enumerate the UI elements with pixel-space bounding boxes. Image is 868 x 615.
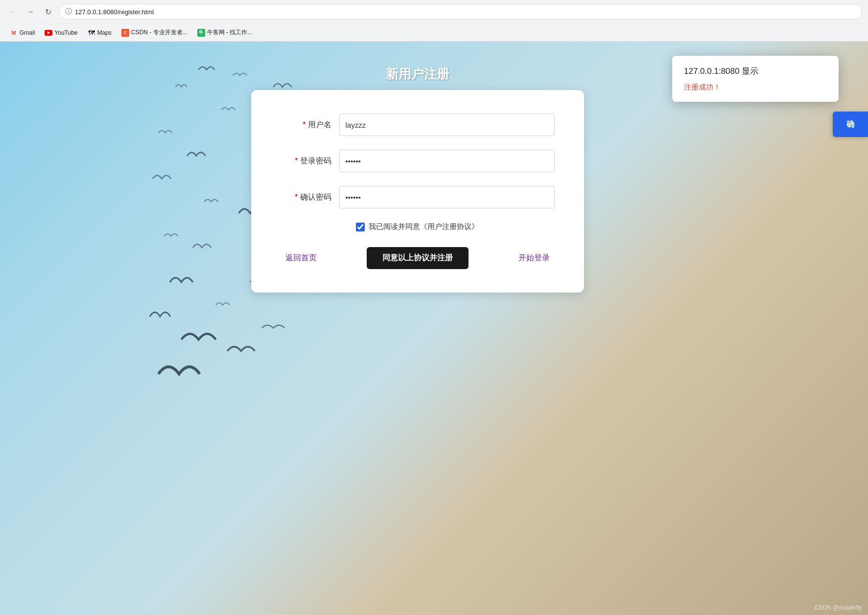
agreement-text: 我已阅读并同意《用户注册协议》 <box>369 222 479 231</box>
bookmark-niuke[interactable]: 牛 牛客网 - 找工作... <box>193 26 257 39</box>
password-label: *登录密码 <box>281 156 339 166</box>
alert-title: 127.0.0.1:8080 显示 <box>684 66 827 77</box>
confirm-group: *确认密码 <box>281 186 555 208</box>
password-input[interactable] <box>339 150 555 172</box>
username-group: *用户名 <box>281 114 555 136</box>
bookmark-gmail-label: Gmail <box>20 29 35 36</box>
gmail-icon: M <box>10 29 18 37</box>
password-group: *登录密码 <box>281 150 555 172</box>
required-star-2: * <box>295 157 298 165</box>
bookmark-youtube-label: YouTube <box>54 29 77 36</box>
back-button[interactable]: ← <box>6 5 20 19</box>
watermark: CSDN @muyierfly <box>814 604 862 611</box>
start-login-button[interactable]: 开始登录 <box>518 253 550 263</box>
browser-chrome: ← → ↻ ⓘ 127.0.0.1:8080/register.html M G… <box>0 0 868 42</box>
alert-dialog: 127.0.0.1:8080 显示 注册成功！ <box>672 56 839 102</box>
reload-button[interactable]: ↻ <box>41 5 55 19</box>
maps-icon: 🗺 <box>88 29 95 37</box>
youtube-icon <box>45 29 52 37</box>
username-label: *用户名 <box>281 120 339 130</box>
back-home-button[interactable]: 返回首页 <box>285 253 317 263</box>
bookmark-maps[interactable]: 🗺 Maps <box>84 27 116 39</box>
register-button[interactable]: 同意以上协议并注册 <box>367 247 469 269</box>
bookmark-youtube[interactable]: YouTube <box>41 27 81 39</box>
browser-nav: ← → ↻ ⓘ 127.0.0.1:8080/register.html <box>0 0 868 23</box>
bookmark-gmail[interactable]: M Gmail <box>6 27 39 39</box>
bookmark-niuke-label: 牛客网 - 找工作... <box>207 28 253 37</box>
alert-ok-button[interactable]: 确 <box>833 112 868 137</box>
niuke-icon: 牛 <box>197 29 205 37</box>
url-text: 127.0.0.1:8080/register.html <box>75 8 154 16</box>
username-input[interactable] <box>339 114 555 136</box>
bookmark-maps-label: Maps <box>97 29 112 36</box>
info-icon: ⓘ <box>65 7 72 16</box>
alert-message: 注册成功！ <box>684 83 827 92</box>
required-star: * <box>303 120 305 129</box>
bookmark-csdn-label: CSDN - 专业开发者... <box>131 28 188 37</box>
confirm-input[interactable] <box>339 186 555 208</box>
agreement-checkbox[interactable] <box>356 223 365 231</box>
bookmarks-bar: M Gmail YouTube 🗺 Maps C CSDN - 专业开发者...… <box>0 23 868 41</box>
agreement-row: 我已阅读并同意《用户注册协议》 <box>281 222 555 231</box>
buttons-row: 返回首页 同意以上协议并注册 开始登录 <box>281 247 555 269</box>
confirm-label: *确认密码 <box>281 192 339 203</box>
required-star-3: * <box>295 193 298 201</box>
registration-form-card: 新用户注册 *用户名 *登录密码 *确认密码 我已阅读并同意《用户注册协议》 <box>251 90 584 293</box>
address-bar[interactable]: ⓘ 127.0.0.1:8080/register.html <box>59 4 862 20</box>
alert-success-text: 注册成功！ <box>684 83 721 91</box>
page-background: 新用户注册 *用户名 *登录密码 *确认密码 我已阅读并同意《用户注册协议》 <box>0 41 868 615</box>
bookmark-csdn[interactable]: C CSDN - 专业开发者... <box>117 26 191 39</box>
page-title: 新用户注册 <box>251 66 584 83</box>
csdn-icon: C <box>121 29 129 37</box>
forward-button[interactable]: → <box>23 5 37 19</box>
